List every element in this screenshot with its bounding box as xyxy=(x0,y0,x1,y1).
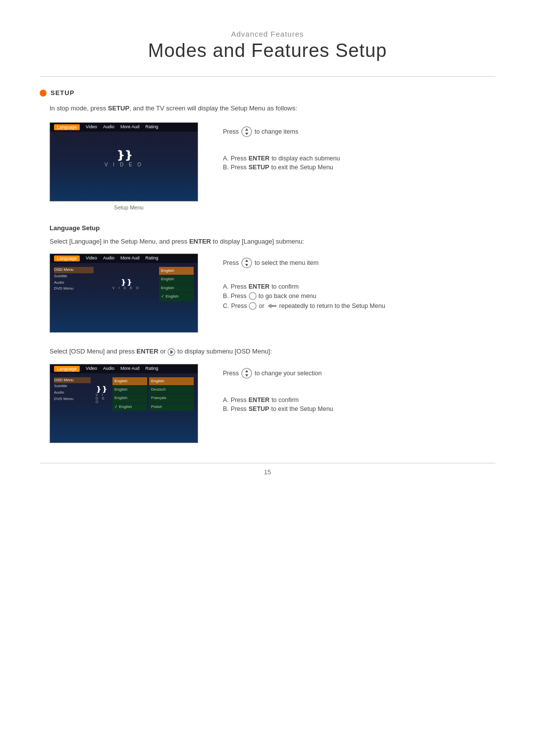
dvd-logo: ❵❵ V I D E O xyxy=(105,150,143,167)
instruction-b: B. Press SETUP to exit the Setup Menu xyxy=(223,164,495,171)
setup-label: SETUP xyxy=(51,89,74,97)
osd-eng3: English xyxy=(112,394,147,402)
svg-point-7 xyxy=(249,302,256,309)
svg-marker-1 xyxy=(245,128,248,131)
lang-a-suffix: to confirm xyxy=(271,283,299,290)
right-arrow-icon xyxy=(167,348,175,356)
press-text: Press xyxy=(231,155,247,162)
svg-point-6 xyxy=(249,293,256,300)
lang-tab-language: Language xyxy=(54,255,80,261)
osd-label-b: B. xyxy=(223,405,229,412)
lang-c-suffix: repeatedly to return to the Setup Menu xyxy=(279,302,385,309)
up-down-arrows-icon xyxy=(241,257,252,268)
osd-eng-sel: English xyxy=(149,377,194,385)
lang-enter-key: ENTER xyxy=(249,283,269,290)
osd-instruction-b: B. Press SETUP to exit the Setup Menu xyxy=(223,405,495,412)
setup-header: SETUP xyxy=(40,89,495,97)
osd-b-suffix: to exit the Setup Menu xyxy=(271,405,333,412)
top-divider xyxy=(40,76,495,77)
lang-tab-audio: Audio xyxy=(103,255,114,261)
language-options: English English English ✓ English xyxy=(159,267,194,302)
subtitle-item: Subtitle xyxy=(54,273,94,280)
dvd-menu-item: DVD Menu xyxy=(54,286,94,292)
page-title: Modes and Features Setup xyxy=(40,40,495,61)
setup-screen-caption: Setup Menu xyxy=(50,204,208,210)
tab-language: Language xyxy=(54,124,80,130)
audio-item: Audio xyxy=(54,280,94,286)
osd-lang-col1: English English English ✓ English xyxy=(112,377,147,412)
language-instructions-right: Press to select the menu item A. Press E… xyxy=(223,253,495,333)
svg-marker-12 xyxy=(245,374,248,377)
eng-option-4: ✓ English xyxy=(159,293,194,301)
lang-dvd-text: V I D E O xyxy=(112,286,141,290)
osd-setup-key: SETUP xyxy=(249,405,269,412)
press-change-suffix: to change items xyxy=(255,128,298,135)
osd-menu-item: OSD Menu xyxy=(54,267,94,273)
osd-label-a: A. xyxy=(223,397,229,403)
label-a: A. xyxy=(223,155,229,162)
tab-audio: Audio xyxy=(103,124,114,130)
language-menu-bar: Language Video Audio More Aud Rating xyxy=(50,254,198,263)
osd-osd-item: OSD Menu xyxy=(54,377,91,384)
label-b: B. xyxy=(223,164,229,171)
lang-label-a: A. xyxy=(223,283,229,290)
osd-instruction-a: A. Press ENTER to confirm xyxy=(223,397,495,403)
osd-subtitle-item: Subtitle xyxy=(54,383,91,390)
dvd-logo-text: V I D E O xyxy=(105,162,143,167)
eng-option-2: English xyxy=(159,275,194,283)
osd-press-change-row: Press to change your selection xyxy=(223,368,495,379)
svg-marker-11 xyxy=(245,370,248,372)
lang-b-suffix: to go back one menu xyxy=(259,293,317,300)
osd-dvdmenu-item: DVD Menu xyxy=(54,396,91,403)
b-suffix: to exit the Setup Menu xyxy=(271,164,333,171)
osd-screen-left: Language Video Audio More Aud Rating OSD… xyxy=(50,364,208,443)
press-select-label: Press xyxy=(223,259,239,266)
eng-option-1: English xyxy=(159,267,194,275)
setup-enter-instructions: A. Press ENTER to display each submenu B… xyxy=(223,155,495,173)
language-enter-instructions: A. Press ENTER to confirm B. Press to go… xyxy=(223,283,495,312)
osd-eng2: English xyxy=(112,386,147,394)
lang-label-c: C. xyxy=(223,302,229,309)
press-select-row: Press to select the menu item xyxy=(223,257,495,268)
language-setup-section: Language Setup Select [Language] in the … xyxy=(40,224,495,333)
setup-screen-left: Language Video Audio More Aud Rating ❵❵ … xyxy=(50,122,208,210)
osd-eng1: English xyxy=(112,377,147,385)
dvd-logo-mark: ❵❵ xyxy=(105,150,143,161)
osd-eng4: ✓ English xyxy=(112,403,147,411)
language-screen-left: Language Video Audio More Aud Rating OSD… xyxy=(50,253,208,333)
lang-label-b: B. xyxy=(223,293,229,300)
svg-marker-9 xyxy=(170,350,173,354)
osd-deutsch: Deutsch xyxy=(149,386,194,394)
press-label: Press xyxy=(223,128,239,135)
osd-submenu-items: OSD Menu Subtitle Audio DVD Menu xyxy=(54,377,91,412)
osd-dvd-logo: ❵❵ V I D E O xyxy=(96,377,107,412)
language-menu-block: Language Video Audio More Aud Rating OSD… xyxy=(40,253,495,333)
osd-tab-language: Language xyxy=(54,366,80,372)
osd-press-a: Press xyxy=(231,397,247,403)
lang-press-a: Press xyxy=(231,283,247,290)
svg-marker-4 xyxy=(245,259,248,262)
press-text-b: Press xyxy=(231,164,247,171)
osd-menu-bar: Language Video Audio More Aud Rating xyxy=(50,364,198,373)
menu-bar: Language Video Audio More Aud Rating xyxy=(50,123,198,132)
osd-menu-block: Language Video Audio More Aud Rating OSD… xyxy=(40,364,495,443)
nav-arrows-icon xyxy=(241,126,252,137)
page-footer: 15 xyxy=(40,463,495,476)
osd-tab-audio: Audio xyxy=(103,366,114,372)
osd-nav-arrows-icon xyxy=(241,368,252,379)
osd-press-suffix: to change your selection xyxy=(255,370,322,377)
osd-enter-key: ENTER xyxy=(249,397,269,403)
language-setup-title: Language Setup xyxy=(40,224,495,232)
osd-tab-rating: Rating xyxy=(145,366,158,372)
a-suffix: to display each submenu xyxy=(271,155,340,162)
osd-intro: Select [OSD Menu] and press ENTER or to … xyxy=(40,347,495,356)
lang-tab-video: Video xyxy=(86,255,97,261)
osd-press-label: Press xyxy=(223,370,239,377)
osd-submenu-content: OSD Menu Subtitle Audio DVD Menu ❵❵ V I … xyxy=(50,373,198,416)
setup-instructions-right: Press to change items A. Press ENTER to … xyxy=(223,122,495,210)
lang-instruction-c: C. Press or repeatedly to return to the … xyxy=(223,302,495,310)
lang-tab-rating: Rating xyxy=(145,255,158,261)
tab-more-aud: More Aud xyxy=(120,124,140,130)
osd-options-container: English English English ✓ English Englis… xyxy=(112,377,194,412)
dvd-logo-area: ❵❵ V I D E O xyxy=(50,132,198,186)
